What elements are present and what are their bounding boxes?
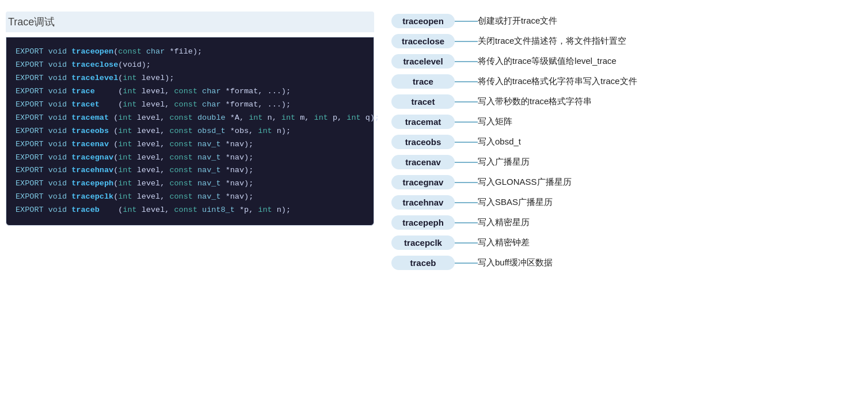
trace-badge: tracet: [391, 94, 455, 109]
trace-item: tracet写入带秒数的trace格式字符串: [391, 94, 862, 109]
code-line: EXPORT void traceobs (int level, const o…: [16, 125, 364, 138]
trace-item: traceobs写入obsd_t: [391, 135, 862, 149]
trace-item: tracelevel将传入的trace等级赋值给level_trace: [391, 54, 862, 69]
trace-item: tracemat写入矩阵: [391, 115, 862, 129]
trace-description: 写入SBAS广播星历: [478, 197, 553, 208]
trace-badge: tracelevel: [391, 54, 455, 69]
trace-badge: traceopen: [391, 14, 455, 28]
trace-item: tracepclk写入精密钟差: [391, 235, 862, 250]
trace-badge: tracenav: [391, 155, 455, 169]
trace-badge: tracehnav: [391, 195, 455, 210]
trace-badge: tracepclk: [391, 235, 455, 250]
trace-description: 创建或打开trace文件: [478, 16, 557, 26]
trace-item: tracenav写入广播星历: [391, 155, 862, 169]
trace-badge: traceobs: [391, 135, 455, 149]
code-line: EXPORT void traceclose(void);: [16, 59, 364, 72]
trace-connector-line: [455, 162, 478, 163]
code-line: EXPORT void tracemat (int level, const d…: [16, 112, 364, 125]
trace-description: 关闭trace文件描述符，将文件指针置空: [478, 36, 626, 47]
code-line: EXPORT void tracet (int level, const cha…: [16, 98, 364, 112]
trace-description: 写入GLONASS广播星历: [478, 177, 572, 188]
trace-item: trace将传入的trace格式化字符串写入trace文件: [391, 74, 862, 89]
trace-connector-line: [455, 61, 478, 62]
trace-description: 写入精密钟差: [478, 237, 530, 248]
trace-item: tracehnav写入SBAS广播星历: [391, 195, 862, 210]
trace-connector-line: [455, 121, 478, 123]
left-panel: Trace调试 EXPORT void traceopen(const char…: [6, 12, 374, 226]
trace-badge: traceb: [391, 256, 455, 270]
trace-item: traceopen创建或打开trace文件: [391, 14, 862, 28]
trace-connector-line: [455, 21, 478, 22]
trace-connector-line: [455, 263, 478, 264]
trace-connector-line: [455, 202, 478, 203]
section-title: Trace调试: [6, 12, 374, 32]
trace-description: 写入矩阵: [478, 116, 512, 127]
code-line: EXPORT void traceb (int level, const uin…: [16, 204, 364, 217]
code-line: EXPORT void tracelevel(int level);: [16, 72, 364, 85]
trace-badge: tracegnav: [391, 175, 455, 189]
trace-description: 写入精密星历: [478, 217, 530, 228]
trace-item: tracepeph写入精密星历: [391, 215, 862, 230]
trace-connector-line: [455, 222, 478, 223]
trace-description: 将传入的trace等级赋值给level_trace: [478, 56, 616, 67]
trace-connector-line: [455, 81, 478, 82]
trace-connector-line: [455, 182, 478, 183]
trace-description: 写入buff缓冲区数据: [478, 257, 553, 268]
code-line: EXPORT void tracegnav(int level, const n…: [16, 151, 364, 165]
code-block: EXPORT void traceopen(const char *file);…: [6, 37, 374, 226]
trace-description: 写入广播星历: [478, 157, 530, 168]
code-line: EXPORT void tracepclk(int level, const n…: [16, 191, 364, 204]
trace-item: traceb写入buff缓冲区数据: [391, 256, 862, 270]
code-line: EXPORT void tracenav (int level, const n…: [16, 138, 364, 151]
code-line: EXPORT void tracepeph(int level, const n…: [16, 177, 364, 191]
code-line: EXPORT void traceopen(const char *file);: [16, 45, 364, 59]
trace-description: 将传入的trace格式化字符串写入trace文件: [478, 76, 637, 87]
trace-badge: tracepeph: [391, 215, 455, 230]
trace-item: traceclose关闭trace文件描述符，将文件指针置空: [391, 34, 862, 48]
trace-item: tracegnav写入GLONASS广播星历: [391, 175, 862, 189]
code-line: EXPORT void tracehnav(int level, const n…: [16, 164, 364, 177]
trace-badge: trace: [391, 74, 455, 89]
trace-description: 写入obsd_t: [478, 136, 521, 147]
code-line: EXPORT void trace (int level, const char…: [16, 85, 364, 98]
trace-connector-line: [455, 242, 478, 244]
trace-connector-line: [455, 101, 478, 102]
right-panel: traceopen创建或打开trace文件traceclose关闭trace文件…: [391, 12, 862, 270]
trace-badge: traceclose: [391, 34, 455, 48]
trace-connector-line: [455, 142, 478, 143]
trace-badge: tracemat: [391, 115, 455, 129]
trace-description: 写入带秒数的trace格式字符串: [478, 96, 592, 107]
trace-connector-line: [455, 41, 478, 42]
